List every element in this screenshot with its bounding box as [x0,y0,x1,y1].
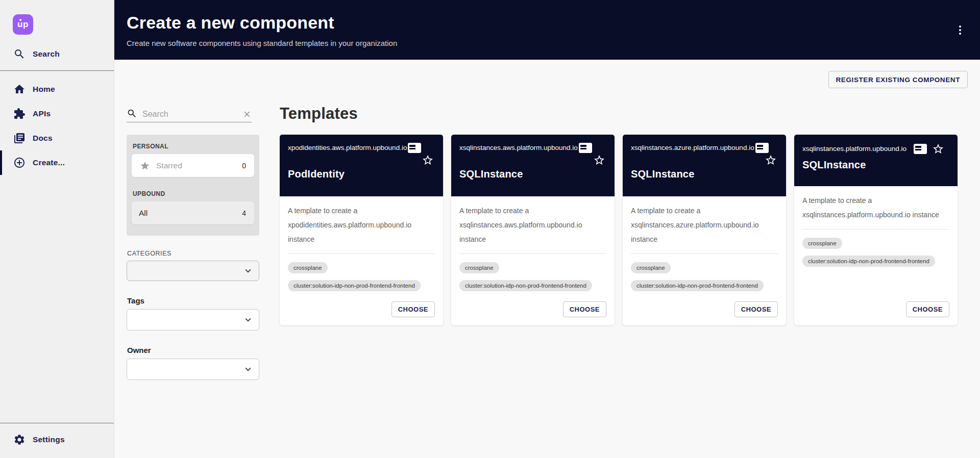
sidebar-spacer [0,175,114,419]
template-card-title: PodIdentity [288,168,435,180]
tag-list: crossplanecluster:solution-idp-non-prod-… [802,238,949,273]
page-title: Create a new component [127,13,980,33]
sidebar-item-label: APIs [33,109,51,118]
gear-icon [13,434,26,446]
template-card-title: SQLInstance [459,168,606,180]
sidebar-item-create[interactable]: Create... [0,150,114,175]
star-outline-icon[interactable] [422,154,434,166]
star-outline-icon[interactable] [932,143,944,155]
sidebar-item-apis[interactable]: APIs [0,101,114,126]
sidebar-item-settings[interactable]: Settings [0,427,114,452]
sidebar: up Search HomeAPIsDocsCreate... Settings [0,0,114,458]
template-card: xsqlinstances.aws.platform.upbound.ioSQL… [451,135,615,325]
sidebar-item-label: Settings [33,435,65,444]
filter-item-starred[interactable]: Starred0 [132,154,254,177]
kebab-menu-icon[interactable] [953,22,967,38]
tag-list: crossplanecluster:solution-idp-non-prod-… [288,262,435,298]
template-card-header: xpodidentities.aws.platform.upbound.ioPo… [280,135,443,196]
create-icon [13,157,26,169]
filter-search-input[interactable] [142,110,238,119]
register-existing-component-button[interactable]: REGISTER EXISTING COMPONENT [828,71,968,88]
sidebar-nav: HomeAPIsDocsCreate... [0,75,114,175]
choose-button[interactable]: CHOOSE [563,301,606,317]
filter-groups: PERSONALStarred0UPBOUNDAll4 [127,135,259,236]
filter-item-label: Starred [156,161,242,170]
categories-label: CATEGORIES [127,250,259,257]
tag-pill: cluster:solution-idp-non-prod-frontend-f… [288,280,421,291]
tags-label: Tags [127,296,259,305]
sidebar-item-label: Docs [33,134,53,143]
templates-section: Templates xpodidentities.aws.platform.up… [280,100,968,380]
template-card-header: xsqlinstances.azure.platform.upbound.ioS… [623,135,786,196]
chevron-down-icon [242,265,254,276]
template-card-description: A template to create a xsqlinstances.azu… [631,203,778,246]
sidebar-item-home[interactable]: Home [0,77,114,101]
tag-pill: cluster:solution-idp-non-prod-frontend-f… [631,280,764,291]
template-card-name: xsqlinstances.platform.upbound.io [802,144,906,154]
page-subtitle: Create new software components using sta… [127,39,980,47]
card-divider [631,253,778,254]
template-type-icon [579,143,592,153]
template-type-icon [914,144,927,154]
home-icon [13,83,26,95]
tag-list: crossplanecluster:solution-idp-non-prod-… [459,262,606,298]
tags-select[interactable] [127,309,259,330]
page-header: Create a new component Create new softwa… [114,0,980,60]
sidebar-item-label: Home [33,85,55,94]
filter-group-label: PERSONAL [133,143,254,150]
choose-button[interactable]: CHOOSE [391,301,435,317]
tag-pill: crossplane [288,262,328,273]
filter-group-label: UPBOUND [133,190,254,197]
template-type-icon [408,143,421,153]
owner-label: Owner [127,346,259,354]
filter-item-count: 4 [242,209,246,217]
close-icon[interactable] [242,110,252,119]
template-card-body: A template to create a xsqlinstances.aws… [451,196,615,325]
template-card-body: A template to create a xpodidentities.aw… [280,196,443,325]
filter-panel: PERSONALStarred0UPBOUNDAll4 CATEGORIES T… [127,100,259,380]
choose-button[interactable]: CHOOSE [734,301,778,317]
tag-pill: cluster:solution-idp-non-prod-frontend-f… [459,280,592,291]
main-area: Create a new component Create new softwa… [114,0,980,458]
sidebar-item-search[interactable]: Search [0,42,114,66]
template-card-name: xsqlinstances.azure.platform.upbound.io [631,143,754,153]
chevron-down-icon [242,314,254,325]
tag-list: crossplanecluster:solution-idp-non-prod-… [631,262,778,298]
star-outline-icon[interactable] [593,154,605,166]
filter-item-all[interactable]: All4 [132,201,254,224]
template-card: xsqlinstances.azure.platform.upbound.ioS… [623,135,786,325]
template-card: xsqlinstances.platform.upbound.ioSQLInst… [794,135,958,325]
choose-button[interactable]: CHOOSE [906,301,949,317]
card-divider [288,253,435,254]
templates-grid: xpodidentities.aws.platform.upbound.ioPo… [280,135,968,325]
template-card-name: xsqlinstances.aws.platform.upbound.io [459,143,578,153]
search-icon [13,48,26,60]
template-card-name: xpodidentities.aws.platform.upbound.io [288,143,407,153]
template-card-body: A template to create a xsqlinstances.azu… [623,196,786,325]
sidebar-item-docs[interactable]: Docs [0,126,114,150]
chevron-down-icon [242,364,254,375]
docs-icon [13,132,26,144]
templates-heading: Templates [280,103,968,125]
sidebar-item-label: Search [33,49,60,59]
owner-select[interactable] [127,359,259,380]
star-icon [140,161,150,171]
template-card: xpodidentities.aws.platform.upbound.ioPo… [280,135,443,325]
template-card-body: A template to create a xsqlinstances.pla… [794,186,958,325]
sidebar-divider [0,70,114,71]
template-card-header: xsqlinstances.aws.platform.upbound.ioSQL… [451,135,615,196]
card-divider [802,229,949,230]
tag-pill: crossplane [459,262,499,273]
template-card-title: SQLInstance [802,159,949,171]
template-card-header: xsqlinstances.platform.upbound.ioSQLInst… [794,135,958,186]
tag-pill: crossplane [802,238,842,249]
apis-icon [13,108,26,120]
categories-select[interactable] [127,261,259,281]
upbound-logo: up [13,14,33,35]
star-outline-icon[interactable] [765,154,777,166]
template-card-title: SQLInstance [631,168,778,180]
filter-item-count: 0 [242,162,246,170]
filter-item-label: All [139,209,242,218]
tag-pill: cluster:solution-idp-non-prod-frontend-f… [802,256,935,267]
card-divider [459,253,606,254]
